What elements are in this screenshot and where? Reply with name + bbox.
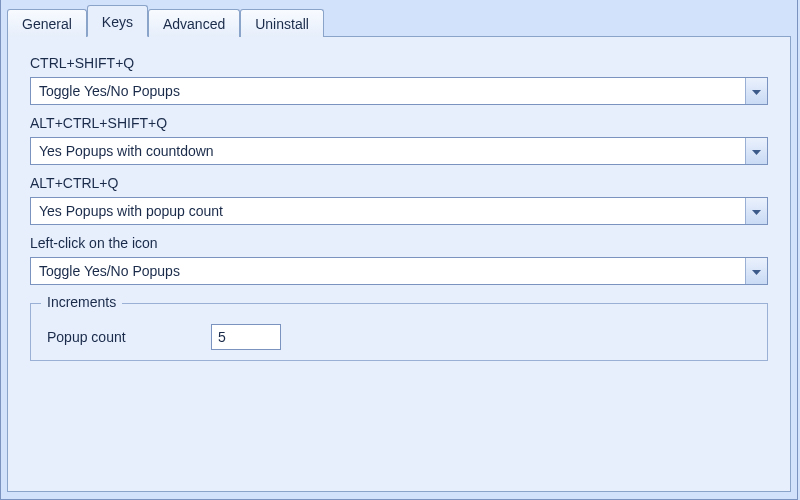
increments-fieldset: Increments Popup count (30, 303, 768, 361)
hotkey3-value: Yes Popups with popup count (31, 198, 745, 224)
hotkey3-label: ALT+CTRL+Q (30, 175, 768, 191)
hotkey3-dropdown-button[interactable] (745, 198, 767, 224)
chevron-down-icon (752, 263, 761, 279)
keys-panel: CTRL+SHIFT+Q Toggle Yes/No Popups ALT+CT… (7, 36, 791, 492)
popup-count-input[interactable] (211, 324, 281, 350)
tab-general[interactable]: General (7, 9, 87, 37)
hotkey3-combo[interactable]: Yes Popups with popup count (30, 197, 768, 225)
hotkey2-group: ALT+CTRL+SHIFT+Q Yes Popups with countdo… (30, 115, 768, 165)
leftclick-dropdown-button[interactable] (745, 258, 767, 284)
popup-count-label: Popup count (47, 329, 187, 345)
hotkey3-group: ALT+CTRL+Q Yes Popups with popup count (30, 175, 768, 225)
leftclick-group: Left-click on the icon Toggle Yes/No Pop… (30, 235, 768, 285)
chevron-down-icon (752, 203, 761, 219)
hotkey1-value: Toggle Yes/No Popups (31, 78, 745, 104)
hotkey2-value: Yes Popups with countdown (31, 138, 745, 164)
increments-legend: Increments (41, 294, 122, 310)
tab-uninstall[interactable]: Uninstall (240, 9, 324, 37)
chevron-down-icon (752, 143, 761, 159)
hotkey1-combo[interactable]: Toggle Yes/No Popups (30, 77, 768, 105)
hotkey2-label: ALT+CTRL+SHIFT+Q (30, 115, 768, 131)
leftclick-label: Left-click on the icon (30, 235, 768, 251)
tab-keys[interactable]: Keys (87, 5, 148, 37)
leftclick-combo[interactable]: Toggle Yes/No Popups (30, 257, 768, 285)
hotkey2-combo[interactable]: Yes Popups with countdown (30, 137, 768, 165)
settings-window: General Keys Advanced Uninstall CTRL+SHI… (0, 0, 798, 500)
hotkey1-label: CTRL+SHIFT+Q (30, 55, 768, 71)
tab-bar: General Keys Advanced Uninstall (1, 0, 797, 36)
tab-advanced[interactable]: Advanced (148, 9, 240, 37)
leftclick-value: Toggle Yes/No Popups (31, 258, 745, 284)
popup-count-row: Popup count (47, 324, 751, 350)
chevron-down-icon (752, 83, 761, 99)
hotkey1-dropdown-button[interactable] (745, 78, 767, 104)
hotkey2-dropdown-button[interactable] (745, 138, 767, 164)
hotkey1-group: CTRL+SHIFT+Q Toggle Yes/No Popups (30, 55, 768, 105)
